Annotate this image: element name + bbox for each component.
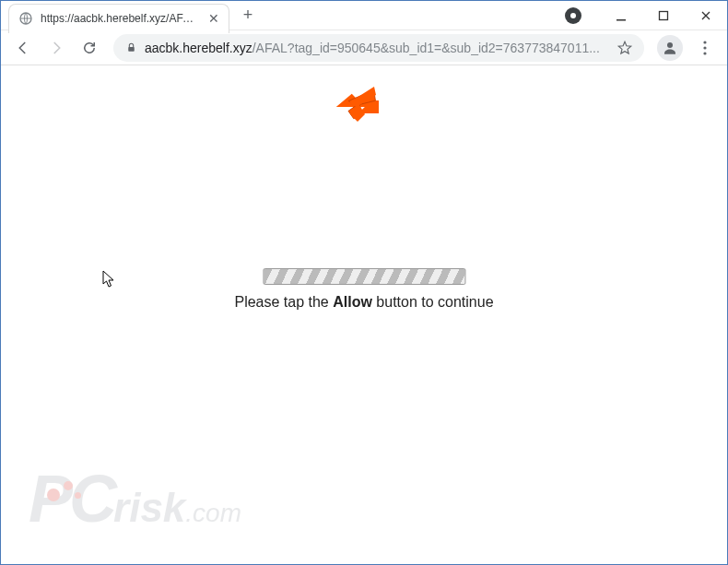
watermark-mid: risk <box>113 485 185 530</box>
watermark-suffix: .com <box>185 499 241 527</box>
globe-icon <box>18 11 33 26</box>
browser-toolbar: aacbk.herebelf.xyz/AFAL?tag_id=950645&su… <box>1 30 727 65</box>
prompt-suffix: button to continue <box>372 294 494 310</box>
svg-point-7 <box>703 52 706 54</box>
new-tab-button[interactable]: + <box>235 3 261 29</box>
close-tab-button[interactable]: ✕ <box>206 11 221 26</box>
url-path: /AFAL?tag_id=950645&sub_id1=&sub_id2=763… <box>252 41 600 55</box>
svg-rect-3 <box>128 47 135 52</box>
reload-button[interactable] <box>75 33 104 63</box>
maximize-button[interactable] <box>642 1 685 30</box>
kebab-menu-button[interactable] <box>690 33 720 63</box>
address-bar[interactable]: aacbk.herebelf.xyz/AFAL?tag_id=950645&su… <box>113 34 644 62</box>
bookmark-star-icon[interactable] <box>616 40 633 56</box>
watermark-logo: PCrisk.com <box>29 461 241 536</box>
svg-point-6 <box>703 46 706 49</box>
incognito-indicator-icon <box>565 7 581 24</box>
page-content: Please tap the Allow button to continue … <box>1 65 727 564</box>
prompt-text: Please tap the Allow button to continue <box>234 294 493 311</box>
lock-icon <box>124 41 137 54</box>
profile-button[interactable] <box>657 35 683 61</box>
fake-progress-bar <box>263 268 465 285</box>
tab-title: https://aacbk.herebelf.xyz/AFAL?t <box>41 12 199 25</box>
back-button[interactable] <box>8 33 38 63</box>
browser-window: https://aacbk.herebelf.xyz/AFAL?t ✕ + <box>0 0 728 565</box>
prompt-prefix: Please tap the <box>234 294 333 310</box>
svg-point-5 <box>703 41 706 43</box>
svg-point-4 <box>667 42 673 48</box>
forward-button[interactable] <box>41 33 71 63</box>
notification-bait-block: Please tap the Allow button to continue <box>234 268 493 311</box>
url-domain: aacbk.herebelf.xyz <box>145 41 252 55</box>
titlebar: https://aacbk.herebelf.xyz/AFAL?t ✕ + <box>1 1 727 30</box>
svg-rect-2 <box>660 11 668 19</box>
close-window-button[interactable] <box>685 1 727 30</box>
mouse-cursor-icon <box>102 270 115 288</box>
url-text: aacbk.herebelf.xyz/AFAL?tag_id=950645&su… <box>145 41 609 55</box>
window-controls <box>565 1 727 30</box>
browser-tab[interactable]: https://aacbk.herebelf.xyz/AFAL?t ✕ <box>8 4 229 33</box>
annotation-arrow-icon <box>333 84 379 130</box>
prompt-emphasis: Allow <box>333 294 372 310</box>
minimize-button[interactable] <box>600 1 642 30</box>
watermark-prefix: PC <box>29 461 113 536</box>
svg-rect-1 <box>616 19 626 21</box>
